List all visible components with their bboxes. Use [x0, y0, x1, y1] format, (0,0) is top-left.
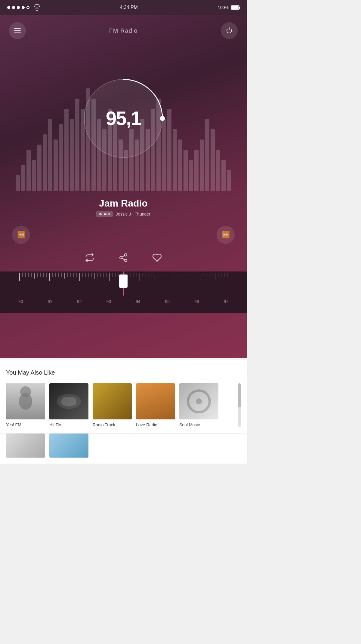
suggestion-thumb	[49, 383, 88, 419]
power-icon	[226, 27, 233, 34]
signal-dot-3	[17, 6, 20, 9]
repeat-button[interactable]	[85, 253, 94, 262]
tuner-tick	[146, 273, 146, 277]
tuner-tick	[206, 273, 206, 277]
tuner-label: 94	[136, 299, 140, 304]
equalizer-area: 95,1	[0, 46, 247, 191]
action-row	[0, 247, 247, 271]
suggestion-thumb	[136, 383, 175, 419]
section-divider	[0, 358, 247, 360]
tuner-tick	[113, 273, 113, 277]
eq-bar	[75, 99, 79, 191]
tuner-tick	[152, 273, 152, 277]
power-button[interactable]	[221, 22, 238, 39]
tuner-tick	[37, 273, 38, 277]
share-button[interactable]	[119, 253, 128, 262]
repeat-icon	[85, 253, 94, 262]
tuner-tick	[34, 273, 35, 279]
tuner-tick	[61, 273, 62, 277]
tuner-section[interactable]: 9091929394959697	[0, 271, 247, 313]
status-time: 4:34 PM	[120, 5, 138, 10]
suggestion-art	[179, 383, 218, 419]
battery-fill	[232, 6, 239, 9]
tuner-tick	[100, 273, 101, 277]
like-button[interactable]	[152, 253, 162, 262]
eq-bar	[200, 140, 204, 191]
tuner-label: 97	[224, 299, 228, 304]
suggestion-item[interactable]: Yes! FM	[6, 383, 45, 427]
bottom-item-2[interactable]	[49, 434, 88, 458]
tuner-tick	[116, 273, 116, 277]
tuner-tick	[176, 273, 176, 277]
tuner-tick	[137, 273, 137, 277]
prev-button[interactable]: ⏪	[12, 226, 30, 244]
tuner-tick	[76, 273, 77, 277]
tuner-tick	[49, 273, 50, 281]
tuner-tick	[19, 273, 20, 281]
eq-bar	[211, 129, 215, 191]
station-info: Jam Radio IN AIR Jessie J - Thunder	[0, 191, 247, 220]
tuner-tick	[224, 273, 224, 277]
tuner-tick	[143, 273, 143, 277]
transport-row: ⏪ ⏩	[0, 223, 247, 247]
tuner-tick	[149, 273, 149, 277]
suggestion-label: Radio Track	[93, 422, 132, 427]
signal-dot-5	[26, 6, 29, 9]
tuner-tick	[88, 273, 89, 277]
menu-button[interactable]	[9, 22, 26, 39]
eq-bar	[184, 150, 188, 191]
next-icon: ⏩	[222, 231, 230, 239]
bottom-item-1[interactable]	[6, 434, 45, 458]
svg-point-3	[120, 256, 122, 259]
tuner-wrapper	[0, 271, 247, 299]
tuner-tick	[197, 273, 197, 277]
tuner-tick	[25, 273, 26, 277]
on-air-info: IN AIR Jessie J - Thunder	[6, 211, 241, 217]
suggestion-label: Love Radio	[136, 422, 175, 427]
suggestion-item[interactable]: Love Radio	[136, 383, 175, 427]
suggestion-thumb	[6, 383, 45, 419]
tuner-tick	[200, 273, 200, 281]
tuner-tick	[161, 273, 161, 277]
scrollbar[interactable]	[238, 383, 241, 427]
suggestion-item[interactable]: Soul Music	[179, 383, 218, 427]
fm-header: FM Radio	[0, 15, 247, 46]
tuner-tick	[215, 273, 215, 279]
eq-bar	[221, 160, 226, 191]
fm-section: FM Radio 95,1 Jam	[0, 15, 247, 358]
prev-icon: ⏪	[17, 231, 25, 239]
suggestions-scroll-area[interactable]: Yes! FM Hit FMRadio TrackLove Radio Soul…	[6, 383, 241, 427]
station-name: Jam Radio	[6, 198, 241, 209]
wifi-icon	[34, 4, 40, 11]
on-air-track: Jessie J - Thunder	[116, 212, 150, 216]
eq-bar	[70, 119, 74, 191]
suggestion-art	[93, 383, 132, 419]
suggestion-item[interactable]: Radio Track	[93, 383, 132, 427]
tuner-tick	[209, 273, 209, 277]
eq-bar	[59, 124, 63, 191]
eq-bar	[194, 150, 199, 191]
tuner-tick	[182, 273, 182, 277]
on-air-badge: IN AIR	[96, 211, 113, 217]
tuner-tick	[43, 273, 44, 277]
eq-bar	[173, 129, 177, 191]
signal-dot-4	[22, 6, 25, 9]
frequency-dial[interactable]: 95,1	[81, 76, 165, 161]
tuner-tick	[28, 273, 29, 277]
scroll-thumb[interactable]	[238, 383, 241, 407]
svg-point-1	[160, 116, 165, 121]
tuner-tick	[221, 273, 221, 277]
tuner-tick	[212, 273, 212, 277]
tuner-tick	[128, 273, 128, 277]
svg-point-2	[125, 254, 127, 256]
tuner-tick	[191, 273, 191, 277]
eq-bar	[64, 109, 69, 191]
tuner-tick	[203, 273, 203, 277]
tuner-tick	[46, 273, 47, 277]
tuner-labels: 9091929394959697	[0, 299, 247, 304]
tuner-label: 91	[48, 299, 52, 304]
next-button[interactable]: ⏩	[217, 226, 235, 244]
tuner-tick	[73, 273, 74, 277]
suggestion-item[interactable]: Hit FM	[49, 383, 88, 427]
tuner-tick	[218, 273, 218, 277]
